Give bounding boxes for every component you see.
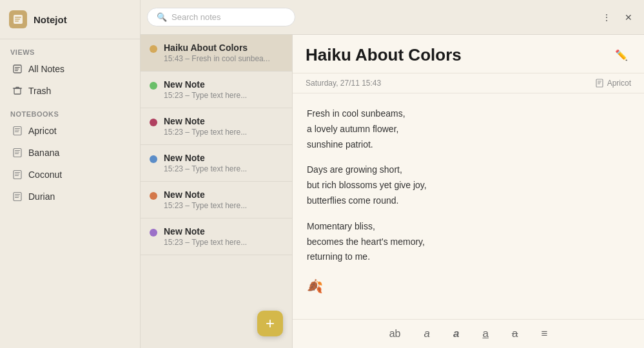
svg-rect-2 bbox=[15, 19, 20, 20]
svg-rect-27 bbox=[15, 196, 19, 197]
right-main: Haiku About Colors 15:43 – Fresh in cool… bbox=[141, 35, 644, 348]
sidebar-item-trash[interactable]: Trash bbox=[6, 81, 133, 101]
svg-rect-31 bbox=[598, 82, 601, 83]
notebooks-label: Notebooks bbox=[6, 110, 133, 118]
svg-rect-1 bbox=[15, 17, 21, 18]
note-item-preview: 15:23 – Type text here... bbox=[164, 164, 283, 173]
svg-rect-16 bbox=[15, 131, 19, 132]
notebook-label: Coconut bbox=[28, 169, 62, 180]
note-item-title: New Note bbox=[164, 116, 283, 126]
sidebar-item-notebook-banana[interactable]: Banana bbox=[6, 142, 133, 163]
note-paragraph-2: Days are growing short,but rich blossoms… bbox=[307, 162, 630, 208]
svg-rect-30 bbox=[598, 81, 601, 82]
sidebar-item-all-notes[interactable]: All Notes bbox=[6, 59, 133, 79]
note-editor: Haiku About Colors ✏️ Saturday, 27/11 15… bbox=[293, 35, 644, 348]
svg-rect-3 bbox=[15, 21, 19, 22]
close-button[interactable]: ✕ bbox=[620, 8, 638, 26]
note-editor-header: Haiku About Colors ✏️ bbox=[293, 35, 644, 73]
search-icon: 🔍 bbox=[157, 12, 167, 22]
note-item-content: New Note 15:23 – Type text here... bbox=[164, 226, 283, 247]
trash-label: Trash bbox=[28, 86, 51, 96]
svg-rect-13 bbox=[14, 127, 21, 135]
note-item-content: New Note 15:23 – Type text here... bbox=[164, 189, 283, 210]
svg-rect-23 bbox=[15, 174, 19, 175]
edit-button[interactable]: ✏️ bbox=[612, 46, 631, 65]
top-bar: 🔍 Search notes ⋮ ✕ bbox=[141, 0, 644, 35]
note-toolbar: abaaaa≡ bbox=[293, 319, 644, 348]
format-underline-button[interactable]: a bbox=[478, 325, 492, 343]
note-item[interactable]: New Note 15:23 – Type text here... bbox=[141, 218, 292, 255]
format-bold-italic-button[interactable]: a bbox=[449, 325, 463, 343]
notebook-icon bbox=[12, 169, 23, 180]
svg-rect-32 bbox=[598, 84, 600, 84]
svg-rect-8 bbox=[14, 88, 21, 94]
notebook-icon bbox=[12, 125, 23, 137]
note-item-title: New Note bbox=[164, 189, 283, 200]
add-note-button[interactable]: + bbox=[257, 311, 283, 336]
note-body: Fresh in cool sunbeams,a lovely autumn f… bbox=[293, 93, 644, 319]
note-item[interactable]: New Note 15:23 – Type text here... bbox=[141, 72, 292, 108]
note-paragraph-3: Momentary bliss,becomes the heart's memo… bbox=[307, 219, 630, 265]
note-item[interactable]: New Note 15:23 – Type text here... bbox=[141, 108, 292, 145]
trash-icon bbox=[12, 85, 23, 97]
svg-rect-25 bbox=[14, 193, 21, 201]
format-strikethrough-button[interactable]: a bbox=[508, 325, 522, 343]
note-item-content: New Note 15:23 – Type text here... bbox=[164, 153, 283, 173]
notebook-name: Apricot bbox=[607, 79, 631, 88]
svg-rect-26 bbox=[15, 194, 20, 195]
note-item-content: New Note 15:23 – Type text here... bbox=[164, 116, 283, 137]
format-italic-button[interactable]: a bbox=[420, 325, 434, 343]
sidebar-item-notebook-durian[interactable]: Durian bbox=[6, 186, 133, 207]
notebook-label: Apricot bbox=[28, 126, 57, 136]
notes-list-panel: Haiku About Colors 15:43 – Fresh in cool… bbox=[141, 35, 293, 348]
notebook-icon bbox=[12, 191, 23, 202]
more-button[interactable]: ⋮ bbox=[598, 8, 616, 26]
note-item-title: New Note bbox=[164, 79, 283, 90]
note-dot bbox=[150, 192, 157, 200]
note-item[interactable]: New Note 15:23 – Type text here... bbox=[141, 182, 292, 218]
search-bar[interactable]: 🔍 Search notes bbox=[147, 8, 295, 26]
svg-rect-19 bbox=[15, 152, 19, 153]
note-emoji: 🍂 bbox=[307, 275, 630, 297]
sidebar-item-notebook-apricot[interactable]: Apricot bbox=[6, 121, 133, 141]
notebook-label: Durian bbox=[28, 191, 55, 202]
format-normal-button[interactable]: ab bbox=[385, 325, 405, 342]
note-item-preview: 15:23 – Type text here... bbox=[164, 201, 283, 210]
note-item-title: New Note bbox=[164, 226, 283, 237]
note-item-preview: 15:23 – Type text here... bbox=[164, 128, 283, 137]
svg-rect-22 bbox=[15, 172, 20, 173]
note-item[interactable]: New Note 15:23 – Type text here... bbox=[141, 145, 292, 182]
svg-rect-21 bbox=[14, 171, 21, 179]
window-controls: ⋮ ✕ bbox=[598, 8, 638, 26]
all-notes-icon bbox=[12, 63, 23, 75]
note-item-content: Haiku About Colors 15:43 – Fresh in cool… bbox=[164, 43, 283, 63]
note-title: Haiku About Colors bbox=[306, 45, 462, 65]
note-dot bbox=[150, 82, 157, 90]
search-input[interactable]: Search notes bbox=[171, 12, 221, 22]
app-icon bbox=[9, 10, 27, 28]
svg-rect-14 bbox=[15, 128, 20, 129]
note-dot bbox=[150, 155, 157, 163]
sidebar: Notejot Views All Notes bbox=[0, 0, 141, 348]
note-dot bbox=[150, 229, 157, 237]
notebook-icon bbox=[12, 147, 23, 159]
note-date: Saturday, 27/11 15:43 bbox=[306, 79, 381, 88]
notes-list: Haiku About Colors 15:43 – Fresh in cool… bbox=[141, 35, 292, 348]
right-section: 🔍 Search notes ⋮ ✕ Haiku About Colors 15… bbox=[141, 0, 644, 348]
svg-rect-20 bbox=[15, 153, 19, 154]
note-item-preview: 15:23 – Type text here... bbox=[164, 238, 283, 247]
all-notes-label: All Notes bbox=[28, 64, 64, 74]
notebook-label: Banana bbox=[28, 148, 59, 158]
svg-rect-18 bbox=[15, 150, 20, 151]
views-label: Views bbox=[6, 48, 133, 56]
note-item-content: New Note 15:23 – Type text here... bbox=[164, 79, 283, 100]
sidebar-content: Views All Notes bbox=[0, 39, 140, 348]
svg-rect-5 bbox=[15, 67, 20, 68]
note-dot bbox=[150, 119, 157, 126]
note-dot bbox=[150, 45, 157, 53]
notebooks-list: Apricot Banana Coconut bbox=[6, 121, 133, 207]
format-list-button[interactable]: ≡ bbox=[537, 325, 551, 343]
note-item[interactable]: Haiku About Colors 15:43 – Fresh in cool… bbox=[141, 35, 292, 72]
sidebar-item-notebook-coconut[interactable]: Coconut bbox=[6, 164, 133, 185]
note-paragraph-1: Fresh in cool sunbeams,a lovely autumn f… bbox=[307, 106, 630, 152]
